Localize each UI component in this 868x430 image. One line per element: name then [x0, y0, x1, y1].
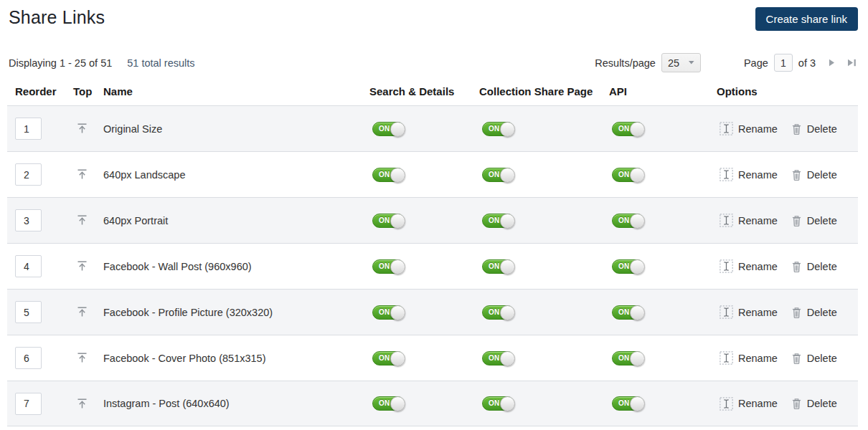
delete-button[interactable]: Delete: [791, 397, 837, 410]
api-toggle[interactable]: ON: [612, 214, 644, 228]
move-to-top-button[interactable]: [74, 212, 90, 228]
share-link-name: 640px Landscape: [103, 169, 369, 181]
last-page-icon: [848, 59, 857, 67]
collection-share-page-toggle[interactable]: ON: [482, 351, 514, 366]
rename-icon: [720, 259, 733, 273]
rename-label: Rename: [738, 307, 778, 318]
delete-label: Delete: [807, 353, 837, 364]
move-to-top-button[interactable]: [74, 350, 90, 366]
collection-share-page-toggle[interactable]: ON: [482, 259, 514, 274]
delete-button[interactable]: Delete: [791, 214, 837, 227]
toggle-knob: [630, 168, 645, 183]
rename-button[interactable]: Rename: [720, 397, 778, 411]
rename-icon: [720, 305, 733, 319]
move-to-top-button[interactable]: [74, 166, 90, 182]
reorder-input[interactable]: [15, 347, 42, 369]
rename-button[interactable]: Rename: [720, 122, 778, 135]
results-per-page-select[interactable]: 25: [661, 53, 701, 72]
collection-share-page-toggle[interactable]: ON: [482, 168, 514, 182]
api-toggle[interactable]: ON: [612, 168, 644, 182]
toggle-state-label: ON: [489, 308, 500, 316]
table-row: Facebook - Profile Picture (320x320) ON …: [7, 289, 858, 335]
reorder-input[interactable]: [15, 118, 42, 140]
last-page-button[interactable]: [846, 57, 858, 68]
reorder-input[interactable]: [15, 163, 42, 186]
api-toggle[interactable]: ON: [612, 259, 644, 274]
page-label: Page: [744, 57, 768, 69]
toggle-state-label: ON: [379, 216, 390, 224]
reorder-input[interactable]: [15, 209, 42, 231]
toggle-knob: [500, 396, 515, 411]
rename-button[interactable]: Rename: [720, 351, 778, 365]
next-page-icon: [829, 59, 835, 67]
search-details-toggle[interactable]: ON: [372, 396, 405, 411]
delete-label: Delete: [807, 123, 837, 135]
next-page-button[interactable]: [827, 57, 836, 68]
toggle-knob: [500, 122, 515, 137]
delete-button[interactable]: Delete: [791, 123, 837, 135]
collection-share-page-toggle[interactable]: ON: [482, 305, 514, 320]
api-toggle[interactable]: ON: [612, 305, 644, 320]
move-to-top-button[interactable]: [74, 258, 90, 274]
api-toggle[interactable]: ON: [612, 122, 644, 136]
move-to-top-button[interactable]: [74, 304, 90, 320]
current-page-input[interactable]: [774, 54, 793, 72]
reorder-input[interactable]: [15, 255, 42, 277]
share-link-name: 640px Portrait: [103, 215, 369, 226]
toggle-knob: [500, 351, 515, 366]
toggle-knob: [630, 396, 645, 411]
column-header-top: Top: [73, 85, 103, 97]
delete-button[interactable]: Delete: [791, 306, 837, 319]
delete-button[interactable]: Delete: [791, 260, 837, 273]
move-to-top-button[interactable]: [74, 120, 90, 136]
toggle-state-label: ON: [618, 354, 630, 362]
collection-share-page-toggle[interactable]: ON: [482, 122, 514, 136]
total-results-link[interactable]: 51 total results: [127, 57, 194, 69]
search-details-toggle[interactable]: ON: [372, 214, 405, 228]
rename-button[interactable]: Rename: [720, 259, 778, 273]
create-share-link-button[interactable]: Create share link: [755, 7, 858, 31]
trash-icon: [791, 214, 802, 227]
toggle-state-label: ON: [489, 354, 500, 362]
page-title: Share Links: [9, 7, 105, 28]
trash-icon: [791, 123, 802, 135]
reorder-input[interactable]: [15, 393, 42, 415]
displaying-range-text: Displaying 1 - 25 of 51: [9, 57, 112, 69]
rename-button[interactable]: Rename: [720, 168, 778, 181]
share-link-name: Instagram - Post (640x640): [103, 398, 369, 409]
api-toggle[interactable]: ON: [612, 351, 644, 366]
delete-label: Delete: [807, 169, 837, 181]
search-details-toggle[interactable]: ON: [372, 305, 405, 320]
delete-button[interactable]: Delete: [791, 352, 837, 365]
move-to-top-icon: [75, 351, 89, 364]
trash-icon: [791, 168, 802, 181]
move-to-top-button[interactable]: [74, 396, 90, 411]
search-details-toggle[interactable]: ON: [372, 351, 405, 366]
toggle-state-label: ON: [618, 125, 630, 133]
table-row: Facebook - Wall Post (960x960) ON ON ON: [7, 243, 858, 289]
column-header-collection-share-page: Collection Share Page: [479, 85, 609, 97]
api-toggle[interactable]: ON: [612, 396, 644, 411]
list-controls: Displaying 1 - 25 of 51 51 total results…: [0, 53, 868, 72]
rename-button[interactable]: Rename: [720, 214, 778, 227]
rename-label: Rename: [738, 169, 778, 181]
search-details-toggle[interactable]: ON: [372, 259, 405, 274]
page-count-text: of 3: [798, 57, 816, 69]
trash-icon: [791, 306, 802, 319]
toggle-knob: [630, 351, 645, 366]
table-row: 640px Portrait ON ON ON: [7, 197, 858, 243]
search-details-toggle[interactable]: ON: [372, 168, 405, 182]
delete-button[interactable]: Delete: [791, 168, 837, 181]
reorder-input[interactable]: [15, 301, 42, 323]
page-header: Share Links Create share link: [0, 0, 868, 31]
share-link-name: Facebook - Wall Post (960x960): [103, 261, 369, 272]
trash-icon: [791, 260, 802, 273]
delete-label: Delete: [807, 398, 837, 409]
toggle-knob: [630, 259, 645, 274]
collection-share-page-toggle[interactable]: ON: [482, 396, 514, 411]
delete-label: Delete: [807, 307, 837, 318]
move-to-top-icon: [75, 214, 89, 226]
rename-button[interactable]: Rename: [720, 305, 778, 319]
search-details-toggle[interactable]: ON: [372, 122, 405, 136]
collection-share-page-toggle[interactable]: ON: [482, 214, 514, 228]
